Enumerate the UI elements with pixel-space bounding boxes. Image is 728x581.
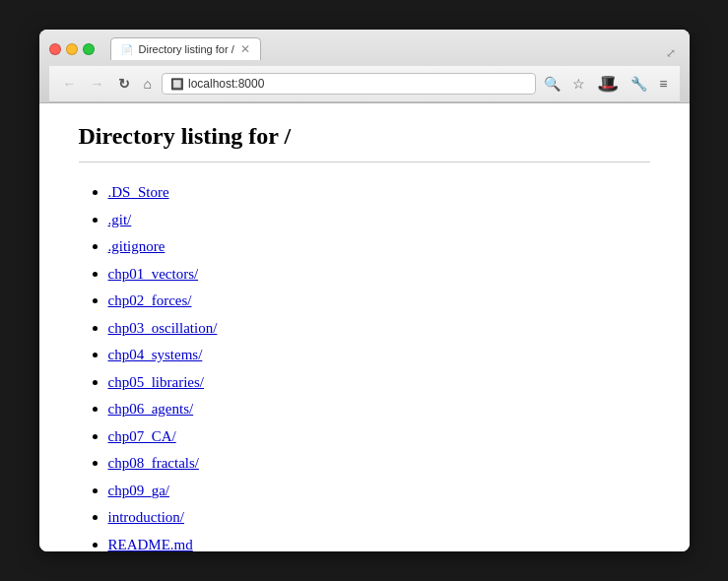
tab-label: Directory listing for / <box>139 43 234 55</box>
menu-icon[interactable]: ≡ <box>657 74 669 94</box>
maximize-button[interactable] <box>83 43 95 55</box>
tab-page-icon: 📄 <box>121 44 133 55</box>
minimize-button[interactable] <box>66 43 78 55</box>
tab-bar: 📄 Directory listing for / ✕ ⤢ <box>110 37 680 60</box>
file-link[interactable]: chp09_ga/ <box>108 483 169 498</box>
file-link[interactable]: chp06_agents/ <box>108 401 194 417</box>
file-link[interactable]: .DS_Store <box>108 184 169 200</box>
file-link[interactable]: chp03_oscillation/ <box>108 320 218 336</box>
list-item: .gitignore <box>108 232 650 260</box>
file-link[interactable]: .git/ <box>108 212 132 227</box>
list-item: chp01_vectors/ <box>108 260 650 288</box>
refresh-button[interactable]: ↻ <box>114 74 134 94</box>
back-button[interactable]: ← <box>59 74 81 94</box>
file-link[interactable]: chp07_CA/ <box>108 428 176 444</box>
divider <box>79 161 650 162</box>
list-item: .git/ <box>108 206 650 233</box>
file-link[interactable]: .gitignore <box>108 238 165 254</box>
file-link[interactable]: chp05_libraries/ <box>108 374 204 390</box>
file-link[interactable]: chp02_forces/ <box>108 292 192 308</box>
title-bar-top: 📄 Directory listing for / ✕ ⤢ <box>49 37 680 60</box>
address-text: localhost:8000 <box>188 77 264 91</box>
list-item: introduction/ <box>108 503 650 531</box>
search-icon[interactable]: 🔍 <box>542 74 563 94</box>
forward-button[interactable]: → <box>87 74 108 94</box>
browser-window: 📄 Directory listing for / ✕ ⤢ ← → ↻ ⌂ 🔲 … <box>39 30 690 551</box>
file-link[interactable]: chp01_vectors/ <box>108 266 199 282</box>
file-list: .DS_Store.git/.gitignorechp01_vectors/ch… <box>79 178 650 551</box>
traffic-lights <box>49 43 95 55</box>
tab-close-button[interactable]: ✕ <box>240 42 250 56</box>
list-item: chp02_forces/ <box>108 287 650 314</box>
active-tab[interactable]: 📄 Directory listing for / ✕ <box>110 37 261 60</box>
tools-icon[interactable]: 🔧 <box>629 74 649 94</box>
file-link[interactable]: chp08_fractals/ <box>108 455 199 471</box>
list-item: README.md <box>108 531 650 552</box>
home-button[interactable]: ⌂ <box>140 74 156 94</box>
list-item: chp09_ga/ <box>108 477 650 504</box>
file-link[interactable]: README.md <box>108 537 193 552</box>
file-link[interactable]: introduction/ <box>108 509 185 525</box>
resize-icon: ⤢ <box>666 46 676 60</box>
bookmark-icon[interactable]: ☆ <box>570 74 587 94</box>
list-item: chp08_fractals/ <box>108 449 650 477</box>
address-bar[interactable]: 🔲 localhost:8000 <box>162 73 536 95</box>
extensions-icon[interactable]: 🎩 <box>595 71 621 97</box>
list-item: chp07_CA/ <box>108 422 650 450</box>
page-content: Directory listing for / .DS_Store.git/.g… <box>39 103 690 551</box>
list-item: chp03_oscillation/ <box>108 314 650 342</box>
list-item: chp04_systems/ <box>108 341 650 368</box>
navigation-bar: ← → ↻ ⌂ 🔲 localhost:8000 🔍 ☆ 🎩 🔧 ≡ <box>49 66 680 102</box>
list-item: chp05_libraries/ <box>108 368 650 396</box>
page-title: Directory listing for / <box>79 123 650 150</box>
nav-toolbar-icons: 🔍 ☆ 🎩 🔧 ≡ <box>542 71 669 97</box>
address-lock-icon: 🔲 <box>170 78 184 91</box>
list-item: .DS_Store <box>108 178 650 206</box>
close-button[interactable] <box>49 43 61 55</box>
title-bar: 📄 Directory listing for / ✕ ⤢ ← → ↻ ⌂ 🔲 … <box>39 30 690 103</box>
file-link[interactable]: chp04_systems/ <box>108 347 203 362</box>
list-item: chp06_agents/ <box>108 395 650 422</box>
